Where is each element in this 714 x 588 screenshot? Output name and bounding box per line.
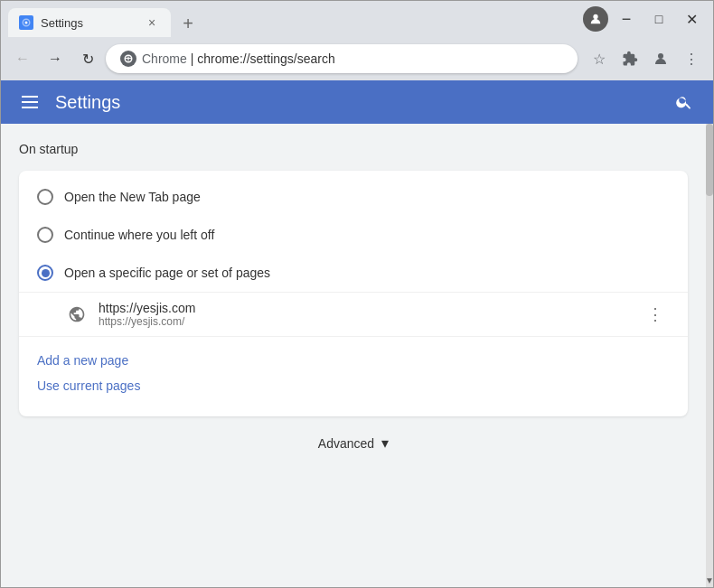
url-main-text: https://yesjis.com [99,301,641,315]
main-content: On startup Open the New Tab page Continu… [1,124,706,587]
action-links-section: Add a new page Use current pages [19,337,688,409]
new-tab-button[interactable]: + [174,10,202,37]
browser-window: Settings × + − □ ✕ ← → ↻ Chrome [0,0,714,588]
site-icon [120,51,136,67]
scrollbar[interactable]: ▼ [706,124,713,587]
section-title: On startup [19,142,688,156]
close-button[interactable]: ✕ [677,5,706,33]
tab-close-button[interactable]: × [144,14,160,31]
hamburger-line-1 [22,96,38,98]
advanced-label: Advanced [318,436,374,451]
titlebar: Settings × + − □ ✕ [1,1,713,37]
advanced-arrow-icon: ▾ [381,434,389,452]
use-current-pages-link[interactable]: Use current pages [37,373,670,398]
scrollbar-thumb[interactable] [706,124,713,196]
startup-options-card: Open the New Tab page Continue where you… [19,171,688,416]
profile-icon-button[interactable] [646,44,675,73]
radio-label-1: Open the New Tab page [64,190,201,204]
settings-search-button[interactable] [670,88,699,117]
addressbar: ← → ↻ Chrome | chrome://settings/search … [1,37,713,80]
svg-point-1 [593,14,597,19]
radio-option-specific[interactable]: Open a specific page or set of pages [19,254,688,292]
settings-header: Settings [1,80,713,124]
window-controls: − □ ✕ [579,5,706,33]
advanced-section: Advanced ▾ [19,416,688,470]
reload-button[interactable]: ↻ [73,44,102,73]
hamburger-line-2 [22,101,38,103]
address-bar[interactable]: Chrome | chrome://settings/search [106,44,578,73]
back-button[interactable]: ← [8,44,37,73]
url-sub-text: https://yesjis.com/ [99,315,641,328]
add-new-page-link[interactable]: Add a new page [37,348,670,373]
url-entry-row: https://yesjis.com https://yesjis.com/ ⋮ [19,292,688,337]
tab-label: Settings [41,16,83,30]
settings-page-title: Settings [55,92,670,113]
url-entry-menu-button[interactable]: ⋮ [641,300,670,329]
forward-button[interactable]: → [41,44,70,73]
active-tab[interactable]: Settings × [8,8,171,37]
radio-label-2: Continue where you left off [64,228,214,242]
maximize-button[interactable]: □ [644,5,673,33]
minimize-button[interactable]: − [612,5,641,33]
tab-strip: Settings × + [8,1,202,37]
hamburger-line-3 [22,107,38,108]
address-text: Chrome | chrome://settings/search [142,51,335,66]
svg-point-0 [25,22,28,24]
radio-label-3: Open a specific page or set of pages [64,266,270,280]
hamburger-menu-button[interactable] [15,88,44,117]
content-area: On startup Open the New Tab page Continu… [1,124,713,587]
menu-button[interactable]: ⋮ [677,44,706,73]
svg-point-3 [658,53,663,59]
radio-circle-1 [37,189,53,205]
radio-option-continue[interactable]: Continue where you left off [19,216,688,254]
url-text-block: https://yesjis.com https://yesjis.com/ [99,301,641,328]
tab-favicon [19,15,33,30]
scrollbar-down-button[interactable]: ▼ [706,573,713,587]
radio-circle-2 [37,227,53,243]
toolbar-icons: ☆ ⋮ [585,44,706,73]
globe-icon [66,303,88,325]
profile-button[interactable] [583,6,608,32]
extensions-button[interactable] [615,44,644,73]
bookmark-button[interactable]: ☆ [585,44,614,73]
radio-circle-3 [37,265,53,281]
radio-inner-3 [42,269,50,277]
radio-option-new-tab[interactable]: Open the New Tab page [19,178,688,216]
